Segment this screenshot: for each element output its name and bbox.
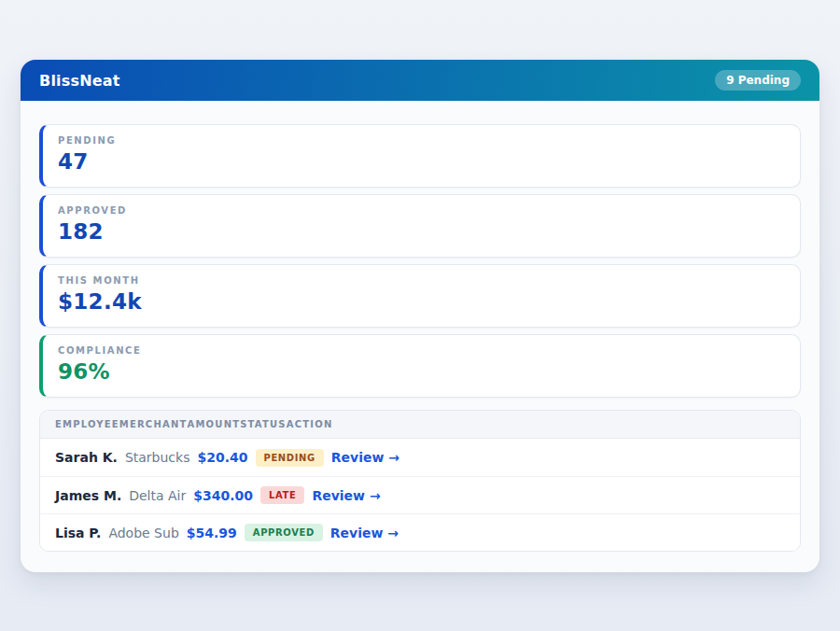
app-title: BlissNeat: [39, 72, 120, 90]
dashboard-content: PENDING 47 APPROVED 182 THIS MONTH $12.4…: [21, 101, 819, 572]
stat-card-pending: PENDING 47: [39, 124, 801, 188]
stat-label: PENDING: [58, 135, 785, 146]
status-badge: APPROVED: [245, 524, 323, 541]
employee-name: James M.: [55, 488, 121, 503]
page-background: BlissNeat 9 Pending PENDING 47 APPROVED …: [0, 0, 840, 631]
stat-card-compliance: COMPLIANCE 96%: [39, 334, 801, 398]
merchant-name: Starbucks: [125, 450, 190, 465]
stat-value: 182: [58, 219, 785, 244]
amount-value: $54.99: [187, 526, 237, 540]
column-header-amount: AMOUNT: [188, 419, 241, 429]
column-header-merchant: MERCHANT: [119, 419, 188, 429]
merchant-name: Delta Air: [129, 488, 186, 503]
table-row: James M. Delta Air $340.00 LATE Review →: [40, 476, 800, 513]
stat-label: COMPLIANCE: [58, 345, 785, 356]
status-badge: PENDING: [256, 449, 324, 467]
table-row: Lisa P. Adobe Sub $54.99 APPROVED Review…: [40, 513, 800, 551]
table-header-row: EMPLOYEE MERCHANT AMOUNT STATUS ACTION: [40, 411, 800, 439]
app-header: BlissNeat 9 Pending: [21, 60, 819, 101]
column-header-action: ACTION: [287, 419, 333, 429]
review-link[interactable]: Review →: [330, 526, 399, 540]
status-badge: LATE: [260, 486, 304, 504]
amount-value: $340.00: [193, 488, 253, 503]
stat-card-approved: APPROVED 182: [39, 194, 801, 258]
stat-label: APPROVED: [58, 205, 785, 216]
review-link[interactable]: Review →: [331, 450, 399, 465]
stat-label: THIS MONTH: [58, 275, 785, 286]
table-row: Sarah K. Starbucks $20.40 PENDING Review…: [40, 439, 800, 476]
expenses-table: EMPLOYEE MERCHANT AMOUNT STATUS ACTION S…: [39, 410, 801, 552]
stat-value: $12.4k: [58, 289, 785, 314]
dashboard-card: BlissNeat 9 Pending PENDING 47 APPROVED …: [21, 60, 819, 572]
stat-value: 96%: [58, 359, 785, 384]
column-header-employee: EMPLOYEE: [55, 419, 119, 429]
column-header-status: STATUS: [240, 419, 287, 429]
amount-value: $20.40: [197, 450, 247, 465]
stat-card-this-month: THIS MONTH $12.4k: [39, 264, 801, 328]
pending-count-badge: 9 Pending: [715, 70, 801, 91]
employee-name: Lisa P.: [55, 526, 101, 540]
stat-value: 47: [58, 149, 785, 174]
review-link[interactable]: Review →: [312, 488, 380, 503]
merchant-name: Adobe Sub: [108, 526, 178, 540]
employee-name: Sarah K.: [55, 450, 118, 465]
